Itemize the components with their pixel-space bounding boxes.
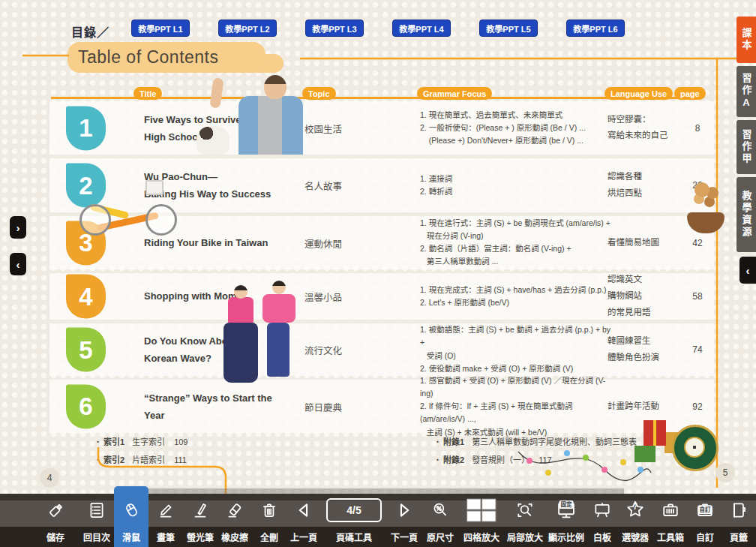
- appendix-label: 附錄1: [443, 435, 464, 447]
- ppt-l2-button[interactable]: 教學PPT L2: [218, 20, 277, 37]
- next-page-button[interactable]: 下一頁: [387, 494, 422, 547]
- hanbok-jacket: [262, 294, 296, 323]
- appendix-item-2: ・ 附錄2 發音規則（一） 117: [434, 453, 659, 465]
- lesson-page-number: 42: [676, 238, 718, 248]
- tab-textbook[interactable]: 課本: [736, 17, 756, 63]
- page-indicator[interactable]: 4/5: [326, 498, 382, 522]
- monitor-icon: 固定: [556, 494, 577, 527]
- bread: [694, 182, 710, 197]
- custom-badge: 自訂: [698, 506, 712, 514]
- highlighter-tool-button[interactable]: 螢光筆: [183, 494, 218, 547]
- lesson-row-6: 6 “Strange” Ways to Start the Year 節日慶典 …: [50, 380, 714, 433]
- appendix-text: 第三人稱單數動詞字尾變化規則、動詞三態表: [472, 435, 637, 447]
- picker-number: 7: [633, 503, 638, 511]
- bottom-toolbar: 儲存 回目次 滑鼠 畫筆 螢光筆: [0, 494, 756, 547]
- column-header-page: page: [674, 87, 706, 100]
- bike-basket: [146, 180, 164, 195]
- lesson-topic: 溫馨小品: [304, 290, 380, 304]
- new-year-gifts-decoration: [630, 416, 722, 474]
- lesson-number-badge: 5: [66, 328, 106, 372]
- lesson-grammar-focus: 1. 連接詞 2. 轉折詞: [420, 173, 616, 199]
- appendix-label: 附錄2: [443, 453, 464, 465]
- ppt-l4-button[interactable]: 教學PPT L4: [392, 20, 451, 37]
- lesson-page-number: 58: [676, 291, 718, 302]
- gift-box: [644, 420, 666, 446]
- eraser-tool-button[interactable]: 橡皮擦: [218, 494, 252, 547]
- tab-teaching-resources[interactable]: 教學資源: [736, 177, 756, 252]
- lesson-grammar-focus: 1. 感官動詞 + 受詞 (O) + 原形動詞 (V) ／現在分詞 (V-ing…: [420, 374, 616, 439]
- display-ratio-button[interactable]: 固定 顯示比例: [546, 494, 586, 547]
- bread-basket-photo: [686, 181, 728, 233]
- pen-tool-button[interactable]: 畫筆: [148, 494, 183, 547]
- toolbox-button[interactable]: 工具箱: [652, 494, 688, 547]
- delete-all-button[interactable]: 全刪: [252, 494, 286, 547]
- appendix-text: 發音規則（一）: [472, 453, 530, 465]
- hanbok-skirt: [224, 323, 258, 383]
- bullet: ・: [94, 435, 102, 447]
- column-header-grammar-focus: Grammar Focus: [417, 87, 492, 100]
- custom-button[interactable]: 自訂 自訂: [688, 494, 722, 547]
- eraser-icon: [225, 494, 244, 527]
- triangle-right-icon: [394, 494, 415, 527]
- lesson-topic: 節日慶典: [304, 399, 380, 413]
- appendix-list: ・ 附錄1 第三人稱單數動詞字尾變化規則、動詞三態表 112 ・ 附錄2 發音規…: [434, 435, 659, 471]
- index-page: 111: [174, 455, 187, 464]
- lesson-page-number: 8: [676, 123, 718, 134]
- page-tabs-button[interactable]: 頁籤: [722, 494, 756, 547]
- lesson-language-use: 認識各種 烘焙西點: [608, 169, 684, 202]
- left-page-number: 4: [40, 468, 59, 488]
- lesson-number-badge: 4: [66, 275, 106, 319]
- lesson-topic: 校園生活: [304, 121, 380, 135]
- prev-page-button[interactable]: 上一頁: [286, 494, 321, 547]
- lesson-number-badge: 1: [66, 106, 106, 150]
- magnifier-percent-icon: [430, 494, 450, 527]
- page-number-tool-button[interactable]: 4/5 頁碼工具: [321, 494, 387, 547]
- ppt-l6-button[interactable]: 教學PPT L6: [566, 20, 625, 37]
- right-panel-collapse-button[interactable]: ‹: [740, 257, 756, 284]
- page-title: Table of Contents: [68, 42, 266, 73]
- original-size-button[interactable]: 原尺寸: [422, 494, 459, 547]
- lesson-grammar-focus: 1. 現在完成式：主詞 (S) + have/has + 過去分詞 (p.p.)…: [420, 284, 616, 310]
- index-item-2: ・ 索引2 片語索引 111: [94, 453, 188, 465]
- basket: [687, 212, 724, 233]
- ppt-l1-button[interactable]: 教學PPT L1: [131, 20, 190, 37]
- ppt-l5-button[interactable]: 教學PPT L5: [479, 20, 538, 37]
- index-item-1: ・ 索引1 生字索引 109: [94, 435, 188, 447]
- ebook-reader: 目錄／ 教學PPT L1 教學PPT L2 教學PPT L3 教學PPT L4 …: [0, 0, 756, 547]
- four-pane-grid-icon: [466, 494, 497, 527]
- save-button[interactable]: 儲存: [32, 494, 80, 547]
- left-panel-collapse-button[interactable]: ‹: [10, 253, 26, 275]
- fixed-badge: 固定: [560, 500, 574, 509]
- back-to-toc-button[interactable]: 回目次: [80, 494, 114, 547]
- list-page-icon: [87, 494, 106, 527]
- lesson-language-use: 認識英文 購物網站 的常見用語: [608, 272, 684, 321]
- usb-drive-icon: [46, 494, 65, 527]
- lesson-language-use: 看懂簡易地圖: [608, 235, 684, 251]
- lesson-row-1: 1 Five Ways to Survive High School 校園生活 …: [50, 101, 714, 155]
- toc-breadcrumb-label: 目錄／: [71, 23, 110, 41]
- tab-workbook-a[interactable]: 習作A: [736, 66, 756, 117]
- column-header-title: Title: [134, 87, 162, 100]
- tab-workbook-jia[interactable]: 習作甲: [736, 120, 756, 174]
- number-picker-button[interactable]: 7 選號器: [618, 494, 652, 547]
- lesson-language-use: 韓國練習生 體驗角色扮演: [608, 333, 684, 366]
- lesson-row-4: 4 Shopping with Mom 溫馨小品 1. 現在完成式：主詞 (S)…: [50, 273, 714, 320]
- whiteboard-button[interactable]: 白板: [586, 494, 618, 547]
- lesson-grammar-focus: 1. 現在簡單式、過去簡單式、未來簡單式 2. 一般祈使句：(Please + …: [420, 109, 616, 148]
- pencil-icon: [156, 494, 176, 527]
- lesson-grammar-focus: 1. 被動語態：主詞 (S) + be 動詞 + 過去分詞 (p.p.) + b…: [420, 323, 616, 375]
- student-torso: [238, 96, 303, 155]
- bike-wheel: [146, 204, 177, 236]
- lesson-topic: 流行文化: [304, 343, 380, 357]
- hanbok-couple-photo: [224, 290, 298, 384]
- four-grid-zoom-button[interactable]: 四格放大: [459, 494, 504, 547]
- bullet: ・: [434, 435, 442, 447]
- ppt-l3-button[interactable]: 教學PPT L3: [305, 20, 364, 37]
- partial-zoom-button[interactable]: 局部放大: [504, 494, 546, 547]
- mouse-tool-button[interactable]: 滑鼠: [114, 486, 148, 547]
- hanbok-pants: [267, 323, 290, 377]
- left-panel-expand-button[interactable]: ›: [10, 216, 26, 239]
- lesson-grammar-focus: 1. 現在進行式：主詞 (S) + be 動詞現在式 (am/are/is) +…: [420, 217, 616, 269]
- hanbok-jacket: [228, 297, 254, 323]
- bulldog: [196, 126, 230, 155]
